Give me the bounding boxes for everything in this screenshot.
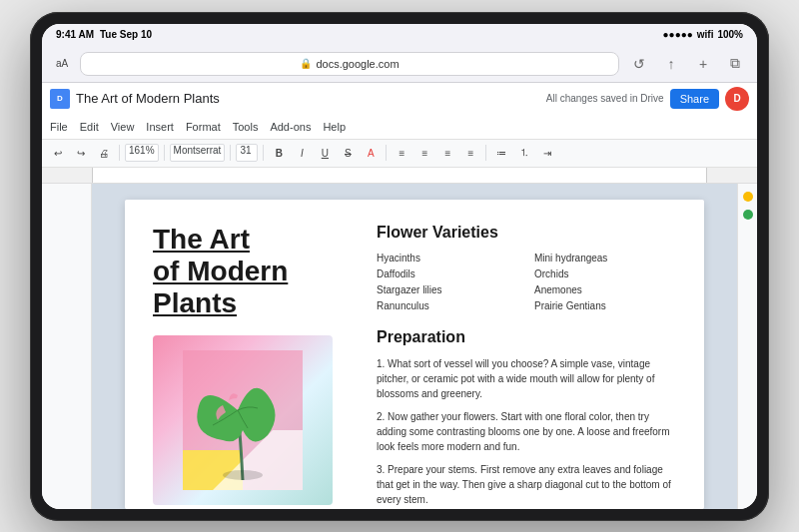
- ruler-inner: [92, 168, 707, 183]
- italic-button[interactable]: I: [292, 143, 312, 163]
- zoom-selector[interactable]: 161%: [125, 144, 159, 162]
- browser-toolbar: aA 🔒 docs.google.com ↺ ↑ + ⧉: [42, 46, 757, 82]
- separator4: [263, 145, 264, 161]
- status-date: Tue Sep 10: [100, 29, 152, 40]
- flower-col1-item4: Ranunculus: [377, 299, 518, 312]
- flower-col2-item2: Orchids: [534, 267, 676, 280]
- menu-view[interactable]: View: [111, 121, 135, 133]
- menu-insert[interactable]: Insert: [146, 121, 174, 133]
- menu-edit[interactable]: Edit: [80, 121, 99, 133]
- doc-title-header[interactable]: The Art of Modern Plants: [76, 91, 540, 106]
- separator6: [485, 145, 486, 161]
- doc-area: The Art of Modern Plants: [42, 184, 757, 509]
- font-selector[interactable]: Montserrat: [170, 144, 226, 162]
- gdocs-icon: D: [50, 89, 70, 109]
- separator5: [386, 145, 387, 161]
- menu-addons[interactable]: Add-ons: [270, 121, 311, 133]
- wifi-icon: wifi: [697, 29, 714, 40]
- text-color-button[interactable]: A: [361, 143, 381, 163]
- bullet-list-button[interactable]: ≔: [491, 143, 511, 163]
- font-size-selector[interactable]: 31: [236, 144, 258, 162]
- doc-sidebar-left: [42, 184, 92, 509]
- align-justify-button[interactable]: ≡: [460, 143, 480, 163]
- url-text: docs.google.com: [316, 58, 399, 70]
- gdocs-title-row: D The Art of Modern Plants All changes s…: [42, 83, 757, 115]
- doc-two-col: The Art of Modern Plants: [153, 224, 676, 509]
- align-right-button[interactable]: ≡: [437, 143, 457, 163]
- aa-button[interactable]: aA: [52, 54, 72, 74]
- plant-image: [153, 335, 333, 505]
- doc-content: The Art of Modern Plants: [92, 184, 737, 509]
- status-time: 9:41 AM: [56, 29, 94, 40]
- bold-button[interactable]: B: [269, 143, 289, 163]
- flower-col2-item1: Mini hydrangeas: [534, 252, 676, 265]
- lock-icon: 🔒: [300, 58, 312, 69]
- flower-col2-item4: Prairie Gentians: [534, 299, 676, 312]
- indent-button[interactable]: ⇥: [537, 143, 557, 163]
- share-button[interactable]: Share: [670, 89, 719, 109]
- prep-item-2: 2. Now gather your flowers. Start with o…: [377, 409, 676, 454]
- align-center-button[interactable]: ≡: [414, 143, 434, 163]
- flower-section-title: Flower Varieties: [377, 224, 676, 242]
- flower-col1-item2: Daffodils: [377, 267, 518, 280]
- doc-right-col: Flower Varieties Hyacinths Mini hydrange…: [377, 224, 676, 509]
- prep-section-title: Preparation: [377, 328, 676, 346]
- underline-button[interactable]: U: [315, 143, 335, 163]
- separator3: [230, 145, 231, 161]
- strikethrough-button[interactable]: S: [338, 143, 358, 163]
- gdocs-header: D The Art of Modern Plants All changes s…: [42, 83, 757, 168]
- add-tab-button[interactable]: +: [691, 52, 715, 76]
- document-title: The Art of Modern Plants: [153, 224, 353, 320]
- redo-button[interactable]: ↪: [71, 143, 91, 163]
- gdocs-formatting-row: ↩ ↪ 🖨 161% Montserrat 31 B I U S A ≡ ≡ ≡…: [42, 139, 757, 167]
- gdocs-menu-row: File Edit View Insert Format Tools Add-o…: [42, 115, 757, 139]
- print-button[interactable]: 🖨: [94, 143, 114, 163]
- plant-svg: [183, 350, 303, 490]
- flower-col2-item3: Anemones: [534, 283, 676, 296]
- doc-sidebar-right: [737, 184, 757, 509]
- share-browser-button[interactable]: ↑: [659, 52, 683, 76]
- refresh-button[interactable]: ↺: [627, 52, 651, 76]
- align-left-button[interactable]: ≡: [392, 143, 411, 163]
- ipad-screen: 9:41 AM Tue Sep 10 ●●●●● wifi 100% aA 🔒 …: [42, 24, 757, 509]
- flower-col1-item1: Hyacinths: [377, 252, 518, 265]
- separator1: [119, 145, 120, 161]
- svg-point-3: [223, 470, 263, 480]
- prep-item-3: 3. Prepare your stems. First remove any …: [377, 462, 676, 507]
- flower-col1-item3: Stargazer lilies: [377, 283, 518, 296]
- undo-button[interactable]: ↩: [48, 143, 68, 163]
- ipad-frame: 9:41 AM Tue Sep 10 ●●●●● wifi 100% aA 🔒 …: [30, 12, 769, 521]
- numbered-list-button[interactable]: ⒈: [514, 143, 534, 163]
- save-status: All changes saved in Drive: [546, 93, 664, 104]
- menu-help[interactable]: Help: [323, 121, 346, 133]
- menu-format[interactable]: Format: [186, 121, 221, 133]
- doc-left-col: The Art of Modern Plants: [153, 224, 353, 509]
- sidebar-dot-yellow: [743, 192, 753, 202]
- sidebar-dot-green: [743, 210, 753, 220]
- menu-file[interactable]: File: [50, 121, 68, 133]
- browser-chrome: aA 🔒 docs.google.com ↺ ↑ + ⧉: [42, 46, 757, 83]
- prep-item-1: 1. What sort of vessel will you choose? …: [377, 356, 676, 401]
- menu-tools[interactable]: Tools: [233, 121, 259, 133]
- doc-page: The Art of Modern Plants: [125, 200, 704, 509]
- separator2: [164, 145, 165, 161]
- battery-status: 100%: [717, 29, 743, 40]
- user-avatar[interactable]: D: [725, 87, 749, 111]
- url-bar[interactable]: 🔒 docs.google.com: [80, 52, 619, 76]
- flower-grid: Hyacinths Mini hydrangeas Daffodils Orch…: [377, 252, 676, 312]
- tabs-button[interactable]: ⧉: [723, 52, 747, 76]
- signal-icon: ●●●●●: [663, 29, 693, 40]
- ruler-area: [42, 168, 757, 184]
- status-bar: 9:41 AM Tue Sep 10 ●●●●● wifi 100%: [42, 24, 757, 46]
